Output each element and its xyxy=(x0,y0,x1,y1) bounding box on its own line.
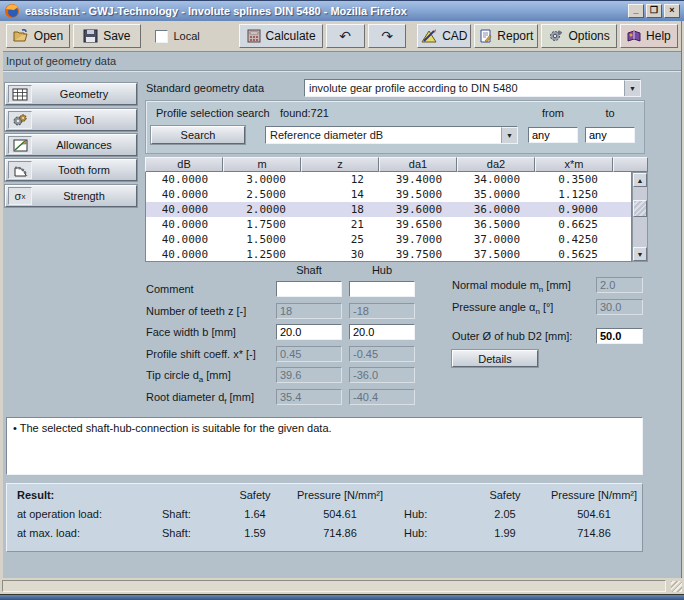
message-text: The selected shaft-hub-connection is sui… xyxy=(20,422,332,434)
cell: 40.0000 xyxy=(146,232,224,247)
tip-circle-hub-value xyxy=(349,367,415,383)
face-width-hub-input[interactable] xyxy=(349,324,415,340)
chevron-down-icon[interactable]: ▼ xyxy=(501,127,517,143)
status-bar xyxy=(0,578,684,594)
cell: 37.5000 xyxy=(458,247,536,262)
table-row[interactable]: 40.00001.25003039.750037.50000.5625 xyxy=(146,247,631,262)
hub-pressure-value: 714.86 xyxy=(544,527,644,539)
details-button-label: Details xyxy=(478,353,512,365)
result-row-label: at operation load: xyxy=(17,508,162,520)
local-checkbox[interactable] xyxy=(155,30,168,43)
profile-shift-shaft-value xyxy=(276,346,342,362)
sidebar-item-tool[interactable]: Tool xyxy=(5,109,137,131)
face-width-label: Face width b [mm] xyxy=(146,324,236,340)
open-button[interactable]: Open xyxy=(6,24,70,48)
sidebar-item-strength[interactable]: σx Strength xyxy=(5,185,137,207)
cell: 1.2500 xyxy=(224,247,302,262)
cell: 40.0000 xyxy=(146,172,224,187)
outer-hub-diameter-input[interactable] xyxy=(596,328,643,344)
table-row-selected[interactable]: 40.00002.00001839.600036.00000.9000 xyxy=(146,202,631,217)
sidebar-item-label: Tool xyxy=(32,114,136,126)
calculate-button[interactable]: Calculate xyxy=(239,24,322,48)
hub-pressure-value: 504.61 xyxy=(544,508,644,520)
cell: 39.7500 xyxy=(380,247,458,262)
options-button[interactable]: Options xyxy=(541,24,617,48)
cad-label: CAD xyxy=(442,29,467,43)
app-window: eassistant - GWJ-Technology - Involute s… xyxy=(0,0,684,600)
sidebar-item-tooth-form[interactable]: Tooth form xyxy=(5,159,137,181)
sidebar-item-allowances[interactable]: Allowances xyxy=(5,134,137,156)
maximize-button[interactable]: ❐ xyxy=(646,4,662,18)
minimize-button[interactable]: _ xyxy=(628,4,644,18)
search-criteria-value: Reference diameter dB xyxy=(266,129,501,141)
close-button[interactable]: × xyxy=(664,4,680,18)
search-to-input[interactable] xyxy=(585,127,635,143)
column-header[interactable]: da2 xyxy=(457,157,535,172)
table-row[interactable]: 40.00001.50002539.700037.00000.4250 xyxy=(146,232,631,247)
comment-shaft-input[interactable] xyxy=(276,281,342,297)
report-button[interactable]: Report xyxy=(474,24,538,48)
safety-header: Safety xyxy=(466,489,544,501)
safety-header: Safety xyxy=(224,489,286,501)
cell: 40.0000 xyxy=(146,187,224,202)
column-header[interactable]: m xyxy=(223,157,301,172)
face-width-shaft-input[interactable] xyxy=(276,324,342,340)
search-from-input[interactable] xyxy=(528,127,578,143)
scroll-down-icon[interactable]: ▼ xyxy=(633,247,647,261)
help-button[interactable]: Help xyxy=(620,24,678,48)
column-header[interactable]: z xyxy=(301,157,379,172)
cell: 21 xyxy=(302,217,380,232)
calculate-label: Calculate xyxy=(266,29,316,43)
standard-geometry-select[interactable]: involute gear profile according to DIN 5… xyxy=(304,79,641,97)
save-disk-icon xyxy=(83,29,98,43)
redo-button[interactable]: ↷ xyxy=(368,24,407,48)
sidebar-item-geometry[interactable]: Geometry xyxy=(5,83,137,105)
cell: 30 xyxy=(302,247,380,262)
normal-module-label: Normal module mn [mm] xyxy=(452,277,571,293)
cell: 40.0000 xyxy=(146,247,224,262)
column-header[interactable]: x*m xyxy=(535,157,613,172)
teeth-hub-value xyxy=(349,303,415,319)
table-row[interactable]: 40.00001.75002139.650036.50000.6625 xyxy=(146,217,631,232)
result-title: Result: xyxy=(17,489,162,501)
help-label: Help xyxy=(646,29,671,43)
sidebar-item-label: Geometry xyxy=(32,88,136,100)
shaft-safety-value: 1.59 xyxy=(224,527,286,539)
pressure-angle-value xyxy=(596,299,643,315)
redo-icon: ↷ xyxy=(381,29,393,43)
details-button[interactable]: Details xyxy=(452,350,538,367)
profile-shift-label: Profile shift coeff. x* [-] xyxy=(146,346,256,362)
save-button[interactable]: Save xyxy=(73,24,141,48)
search-button[interactable]: Search xyxy=(151,126,245,144)
scrollbar-thumb[interactable] xyxy=(633,200,647,217)
pressure-header: Pressure [N/mm²] xyxy=(286,489,394,501)
report-label: Report xyxy=(497,29,533,43)
chevron-down-icon[interactable]: ▼ xyxy=(624,80,640,96)
cad-ruler-pencil-icon xyxy=(421,29,437,43)
table-scrollbar[interactable]: ▲ ▼ xyxy=(632,172,648,262)
result-row-label: at max. load: xyxy=(17,527,162,539)
cell: 1.1250 xyxy=(536,187,614,202)
search-title: Profile selection search xyxy=(156,105,270,121)
cell: 39.7000 xyxy=(380,232,458,247)
table-row[interactable]: 40.00002.50001439.500035.00001.1250 xyxy=(146,187,631,202)
comment-hub-input[interactable] xyxy=(349,281,415,297)
tip-circle-shaft-value xyxy=(276,367,342,383)
column-header[interactable]: da1 xyxy=(379,157,457,172)
cell: 0.9000 xyxy=(536,202,614,217)
scroll-up-icon[interactable]: ▲ xyxy=(633,173,647,187)
undo-button[interactable]: ↶ xyxy=(326,24,365,48)
local-checkbox-group[interactable]: Local xyxy=(155,30,224,43)
pressure-angle-label: Pressure angle αn [°] xyxy=(452,299,553,315)
resize-grip-icon[interactable] xyxy=(671,581,682,592)
cell: 40.0000 xyxy=(146,202,224,217)
table-row[interactable]: 40.00003.00001239.400034.00000.3500 xyxy=(146,172,631,187)
tool-gears-icon xyxy=(8,111,32,129)
column-header[interactable]: dB xyxy=(145,157,223,172)
toolbar: Open Save Local Calcul xyxy=(0,21,684,52)
allowances-chart-icon xyxy=(8,136,32,154)
root-diameter-hub-value xyxy=(349,389,415,405)
search-criteria-select[interactable]: Reference diameter dB ▼ xyxy=(265,126,518,144)
cell: 0.4250 xyxy=(536,232,614,247)
cad-button[interactable]: CAD xyxy=(417,24,471,48)
